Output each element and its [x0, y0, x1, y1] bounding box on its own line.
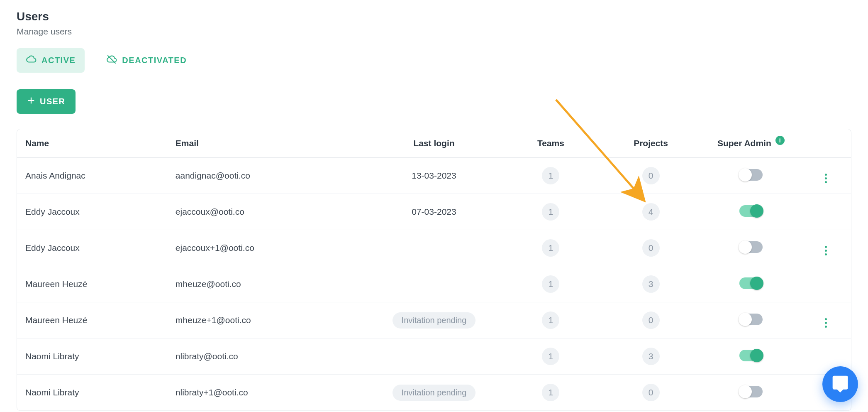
cell-last-login: Invitation pending — [367, 302, 501, 338]
cell-teams: 1 — [501, 158, 601, 194]
cell-super-admin — [701, 230, 801, 266]
teams-count[interactable]: 1 — [542, 384, 559, 401]
cell-teams: 1 — [501, 375, 601, 411]
teams-count[interactable]: 1 — [542, 348, 559, 365]
projects-count[interactable]: 4 — [642, 203, 660, 221]
super-admin-toggle[interactable] — [739, 205, 763, 217]
cloud-off-icon — [106, 54, 117, 67]
cell-projects: 0 — [601, 230, 701, 266]
cell-super-admin — [701, 158, 801, 194]
projects-count[interactable]: 3 — [642, 348, 660, 365]
cell-projects: 0 — [601, 302, 701, 338]
th-super-admin[interactable]: Super Admin i — [701, 129, 801, 158]
cell-last-login — [367, 230, 501, 266]
teams-count[interactable]: 1 — [542, 311, 559, 329]
th-actions — [801, 129, 851, 158]
cell-last-login — [367, 266, 501, 302]
cell-name: Eddy Jaccoux — [17, 194, 167, 230]
cell-actions — [801, 194, 851, 230]
cell-super-admin — [701, 194, 801, 230]
super-admin-toggle[interactable] — [739, 314, 763, 325]
info-icon[interactable]: i — [775, 136, 785, 145]
cell-email: ejaccoux@ooti.co — [167, 194, 367, 230]
cell-super-admin — [701, 266, 801, 302]
th-teams[interactable]: Teams — [501, 129, 601, 158]
chat-button[interactable] — [822, 366, 858, 402]
cell-projects: 4 — [601, 194, 701, 230]
teams-count[interactable]: 1 — [542, 203, 559, 221]
cell-teams: 1 — [501, 230, 601, 266]
page-subtitle: Manage users — [17, 27, 851, 37]
cell-teams: 1 — [501, 338, 601, 375]
users-page: Users Manage users ACTIVE DEACTIVATED US… — [0, 0, 868, 412]
cell-last-login: 07-03-2023 — [367, 194, 501, 230]
page-title: Users — [17, 10, 851, 23]
cell-teams: 1 — [501, 266, 601, 302]
teams-count[interactable]: 1 — [542, 239, 559, 257]
row-menu-icon[interactable] — [821, 174, 831, 184]
row-menu-icon[interactable] — [821, 318, 831, 328]
cell-actions — [801, 230, 851, 266]
super-admin-toggle[interactable] — [739, 386, 763, 397]
cell-email: nlibraty+1@ooti.co — [167, 375, 367, 411]
cell-actions — [801, 266, 851, 302]
table-row[interactable]: Eddy Jaccouxejaccoux+1@ooti.co10 — [17, 230, 851, 266]
table-row[interactable]: Naomi Libratynlibraty+1@ooti.coInvitatio… — [17, 375, 851, 411]
super-admin-toggle[interactable] — [739, 169, 763, 181]
tab-deactivated[interactable]: DEACTIVATED — [97, 48, 196, 73]
cell-projects: 3 — [601, 338, 701, 375]
cell-email: mheuze+1@ooti.co — [167, 302, 367, 338]
th-name[interactable]: Name — [17, 129, 167, 158]
projects-count[interactable]: 0 — [642, 311, 660, 329]
projects-count[interactable]: 0 — [642, 384, 660, 401]
chat-icon — [831, 374, 849, 394]
teams-count[interactable]: 1 — [542, 167, 559, 184]
table-row[interactable]: Eddy Jaccouxejaccoux@ooti.co07-03-202314 — [17, 194, 851, 230]
super-admin-toggle[interactable] — [739, 241, 763, 253]
table-row[interactable]: Maureen Heuzémheuze+1@ooti.coInvitation … — [17, 302, 851, 338]
tab-active[interactable]: ACTIVE — [17, 48, 85, 73]
plus-icon — [27, 96, 36, 107]
cell-email: nlibraty@ooti.co — [167, 338, 367, 375]
cell-email: ejaccoux+1@ooti.co — [167, 230, 367, 266]
add-user-label: USER — [40, 97, 66, 106]
status-badge: Invitation pending — [393, 312, 476, 329]
cell-name: Anais Andignac — [17, 158, 167, 194]
cell-teams: 1 — [501, 302, 601, 338]
tab-deactivated-label: DEACTIVATED — [122, 56, 187, 65]
cell-projects: 3 — [601, 266, 701, 302]
cloud-icon — [26, 54, 37, 67]
table-row[interactable]: Anais Andignacaandignac@ooti.co13-03-202… — [17, 158, 851, 194]
th-projects[interactable]: Projects — [601, 129, 701, 158]
cell-name: Naomi Libraty — [17, 375, 167, 411]
cell-last-login: Invitation pending — [367, 375, 501, 411]
cell-email: mheuze@ooti.co — [167, 266, 367, 302]
users-table-wrap: Name Email Last login Teams Projects Sup… — [17, 129, 851, 411]
status-tabs: ACTIVE DEACTIVATED — [17, 48, 851, 73]
cell-super-admin — [701, 338, 801, 375]
teams-count[interactable]: 1 — [542, 275, 559, 293]
cell-name: Maureen Heuzé — [17, 302, 167, 338]
cell-teams: 1 — [501, 194, 601, 230]
add-user-button[interactable]: USER — [17, 89, 76, 114]
projects-count[interactable]: 0 — [642, 167, 660, 184]
cell-super-admin — [701, 302, 801, 338]
super-admin-toggle[interactable] — [739, 350, 763, 361]
super-admin-toggle[interactable] — [739, 277, 763, 289]
projects-count[interactable]: 0 — [642, 239, 660, 257]
cell-super-admin — [701, 375, 801, 411]
th-last-login[interactable]: Last login — [367, 129, 501, 158]
cell-projects: 0 — [601, 158, 701, 194]
th-email[interactable]: Email — [167, 129, 367, 158]
users-table: Name Email Last login Teams Projects Sup… — [17, 129, 851, 411]
cell-last-login — [367, 338, 501, 375]
table-row[interactable]: Maureen Heuzémheuze@ooti.co13 — [17, 266, 851, 302]
status-badge: Invitation pending — [393, 385, 476, 401]
th-super-admin-label: Super Admin — [717, 138, 771, 148]
cell-name: Maureen Heuzé — [17, 266, 167, 302]
cell-actions — [801, 158, 851, 194]
row-menu-icon[interactable] — [821, 246, 831, 256]
table-row[interactable]: Naomi Libratynlibraty@ooti.co13 — [17, 338, 851, 375]
projects-count[interactable]: 3 — [642, 275, 660, 293]
cell-actions — [801, 302, 851, 338]
